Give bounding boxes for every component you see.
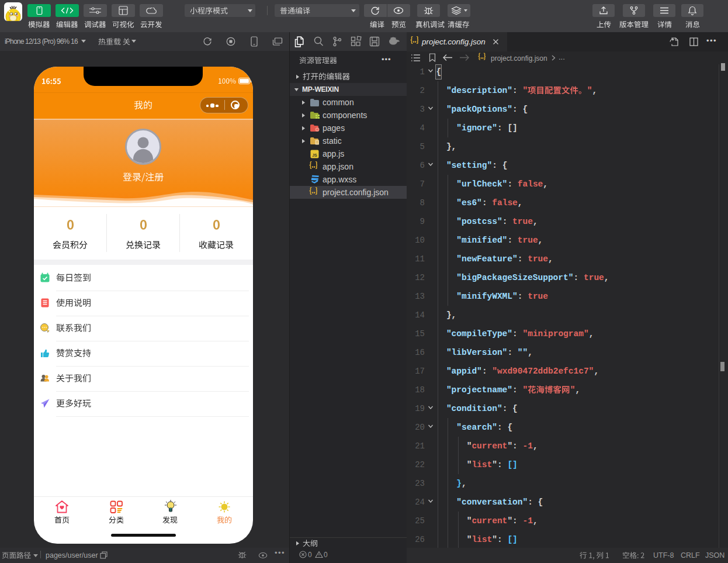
svg-text:JS: JS	[312, 153, 317, 157]
